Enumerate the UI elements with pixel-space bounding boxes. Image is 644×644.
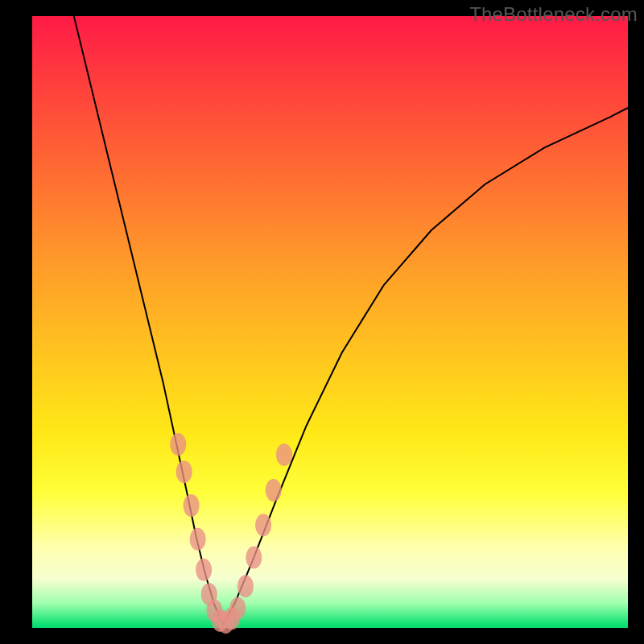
data-marker (229, 597, 246, 620)
chart-frame: TheBottleneck.com (0, 0, 644, 644)
curve-right-path (223, 108, 628, 625)
data-marker (184, 494, 200, 517)
data-marker (170, 433, 186, 456)
data-markers (170, 433, 292, 634)
data-marker (237, 575, 254, 597)
curve-right (223, 108, 628, 625)
data-marker (276, 444, 292, 466)
plot-area (32, 16, 628, 628)
data-marker (190, 528, 206, 551)
curve-layer (32, 16, 628, 628)
data-marker (246, 547, 262, 569)
data-marker (255, 514, 271, 536)
data-marker (176, 460, 192, 483)
data-marker (266, 479, 282, 502)
watermark-text: TheBottleneck.com (469, 3, 638, 26)
data-marker (196, 559, 212, 581)
